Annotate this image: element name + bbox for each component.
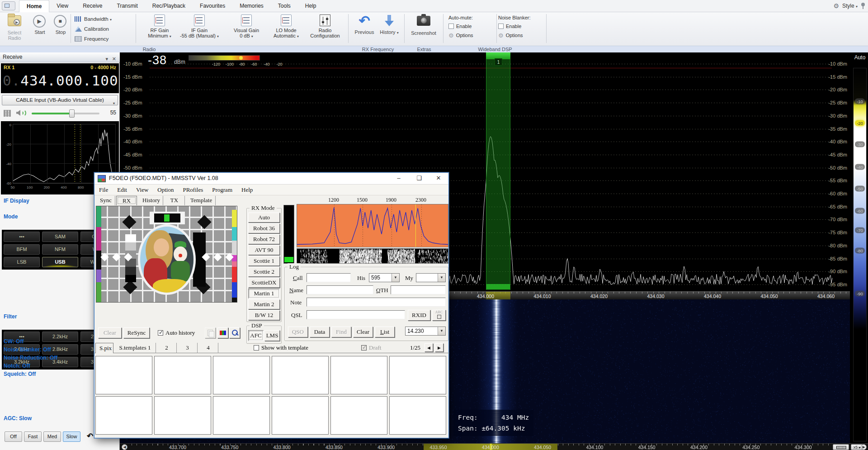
palette-label-10[interactable]: -10 — [853, 99, 867, 104]
frequency-display[interactable]: RX 1 0 - 4000 Hz 0.434.000.100 — [1, 63, 119, 93]
noise-blanker-enable-checkbox[interactable] — [498, 24, 504, 29]
stop-button[interactable]: ■ Stop — [49, 14, 72, 43]
log-button-list[interactable]: List — [375, 327, 395, 337]
thumbnail-cell[interactable] — [213, 396, 270, 435]
menu-edit[interactable]: Edit — [113, 185, 132, 195]
mode-button-item[interactable]: ••• — [4, 232, 40, 242]
palette-label-40[interactable]: -40 — [853, 165, 867, 170]
log-button-qso[interactable]: QSO — [288, 327, 308, 337]
rx-mode-martin-1[interactable]: Martin 1 — [248, 289, 280, 298]
previous-button[interactable]: ↶ Previous — [352, 14, 377, 43]
frequency-overview-bar[interactable]: ◀ 433.700433.750433.800433.850433.900433… — [120, 443, 868, 450]
thumbnail-cell[interactable] — [330, 356, 387, 394]
rx-mode-scottiedx[interactable]: ScottieDX — [248, 278, 280, 288]
mmsstv-titlebar[interactable]: F5OEO (F5OEO.MDT) - MMSSTV Ver 1.08 – ❑ … — [94, 173, 448, 185]
mmsstv-tab-rx[interactable]: RX — [116, 196, 137, 205]
maximize-button[interactable]: ❑ — [410, 173, 428, 184]
panel-close-icon[interactable]: ✕ — [112, 54, 116, 64]
log-button-find[interactable]: Find — [331, 327, 351, 337]
style-button[interactable]: Style ▾ — [842, 3, 858, 9]
mmsstv-tab-tx[interactable]: TX — [164, 196, 185, 205]
noise-blanker-enable[interactable]: Enable — [496, 22, 542, 31]
copy-image-icon[interactable] — [205, 327, 216, 338]
rx-mode-b-w-12[interactable]: B/W 12 — [248, 310, 280, 320]
his-combo[interactable]: 595▼ — [369, 273, 400, 282]
start-button[interactable]: ▶ Start — [28, 14, 52, 43]
palette-label-90[interactable]: -90 — [853, 291, 867, 296]
menu-help[interactable]: Help — [237, 185, 257, 195]
auto-history-checkbox[interactable]: Auto history — [158, 329, 195, 336]
volume-slider[interactable] — [32, 113, 99, 114]
ribbon-tab-memories[interactable]: Memories — [232, 0, 271, 12]
mode-button-usb[interactable]: USB — [42, 257, 78, 267]
picture-icon[interactable] — [217, 327, 228, 338]
rx-mode-auto[interactable]: Auto — [248, 213, 280, 223]
name-input[interactable] — [307, 285, 373, 294]
page-prev-button[interactable]: ◀ — [425, 343, 433, 352]
select-radio-button[interactable]: ▶ Select Radio — [3, 14, 26, 43]
agc-button-off[interactable]: Off — [5, 431, 22, 442]
ribbon-tab-home[interactable]: Home — [19, 0, 49, 12]
menu-program[interactable]: Program — [208, 185, 237, 195]
mixer-icon[interactable] — [4, 110, 11, 117]
rx-channel-band[interactable] — [486, 52, 510, 290]
agc-button-slow[interactable]: Slow — [63, 431, 80, 442]
mode-button-nfm[interactable]: NFM — [42, 244, 78, 255]
ribbon-tab-rec-playback[interactable]: Rec/Playback — [145, 0, 193, 12]
log-button-data[interactable]: Data — [310, 327, 330, 337]
agc-undo-icon[interactable]: ↶ — [87, 431, 93, 441]
menu-option[interactable]: Option — [153, 185, 178, 195]
strip-tab-3[interactable]: 3 — [178, 343, 198, 353]
ribbon-tab-view[interactable]: View — [49, 0, 75, 12]
if-gain-dropdown[interactable]: IF Gain-55 dB (Manual) ▾ — [180, 14, 219, 43]
palette-label-60[interactable]: -60 — [853, 208, 867, 213]
thumbnail-cell[interactable] — [154, 396, 211, 435]
palette-label-80[interactable]: -80 — [853, 248, 867, 253]
mode-button-sam[interactable]: SAM — [42, 232, 78, 242]
panel-collapse-icon[interactable]: ▾ — [105, 54, 108, 64]
menu-view[interactable]: View — [132, 185, 153, 195]
resync-button[interactable]: ReSync — [123, 327, 150, 338]
auto-mute-options[interactable]: ⚙Options — [447, 31, 492, 40]
bandwidth-button[interactable]: Bandwidth ▾ — [74, 14, 142, 24]
log-button-clear[interactable]: Clear — [353, 327, 373, 337]
strip-tab-s-pix[interactable]: S.pix — [95, 343, 113, 353]
call-input[interactable] — [307, 273, 351, 282]
keyboard-entry-button[interactable] — [833, 444, 849, 450]
palette-label-20[interactable]: -20 — [853, 121, 867, 126]
agc-button-med[interactable]: Med — [43, 431, 61, 442]
audio-device-select[interactable]: CABLE Input (VB-Audio Virtual Cable)▾ — [2, 95, 118, 105]
minimize-button[interactable]: – — [390, 173, 408, 184]
tuned-frequency[interactable]: 0.434.000.100 — [3, 72, 118, 89]
palette-label-50[interactable]: -50 — [853, 186, 867, 191]
thumbnail-cell[interactable] — [389, 396, 446, 435]
agc-button-fast[interactable]: Fast — [24, 431, 42, 442]
thumbnail-cell[interactable] — [330, 396, 387, 435]
auto-mute-enable[interactable]: Enable — [447, 22, 492, 31]
rx-mode-scottie-1[interactable]: Scottie 1 — [248, 256, 280, 266]
rx-mode-scottie-2[interactable]: Scottie 2 — [248, 267, 280, 277]
frequency-button[interactable]: Frequency — [74, 34, 142, 44]
calibration-button[interactable]: Calibration — [74, 24, 142, 34]
visual-gain-dropdown[interactable]: Visual Gain0 dB ▾ — [227, 14, 266, 43]
volume-slider-handle[interactable] — [69, 109, 75, 118]
rx-mode-martin-2[interactable]: Martin 2 — [248, 299, 280, 309]
palette-label-30[interactable]: -30 — [853, 142, 867, 147]
lms-button[interactable]: LMS — [264, 330, 280, 341]
noise-blanker-options[interactable]: ⚙Options — [496, 31, 542, 40]
rx-mode-robot-36[interactable]: Robot 36 — [248, 223, 280, 233]
app-menu-button[interactable] — [2, 1, 15, 10]
pin-icon[interactable] — [861, 3, 865, 9]
rx-mode-avt-90[interactable]: AVT 90 — [248, 245, 280, 255]
ribbon-tab-tools[interactable]: Tools — [271, 0, 298, 12]
rf-gain-dropdown[interactable]: RF GainMinimum ▾ — [140, 14, 179, 43]
ribbon-tab-help[interactable]: Help — [298, 0, 324, 12]
draft-checkbox[interactable]: Draft — [361, 344, 381, 351]
lo-mode-dropdown[interactable]: LO ModeAutomatic ▾ — [267, 14, 306, 43]
afc-button[interactable]: AFC — [248, 330, 264, 341]
sstv-clear-button[interactable]: Clear — [98, 327, 122, 338]
ribbon-tab-receive[interactable]: Receive — [75, 0, 109, 12]
thumbnail-cell[interactable] — [95, 396, 152, 435]
radio-configuration-button[interactable]: Radio Configuration — [306, 14, 344, 43]
show-with-template-checkbox[interactable]: Show with template — [254, 344, 308, 351]
